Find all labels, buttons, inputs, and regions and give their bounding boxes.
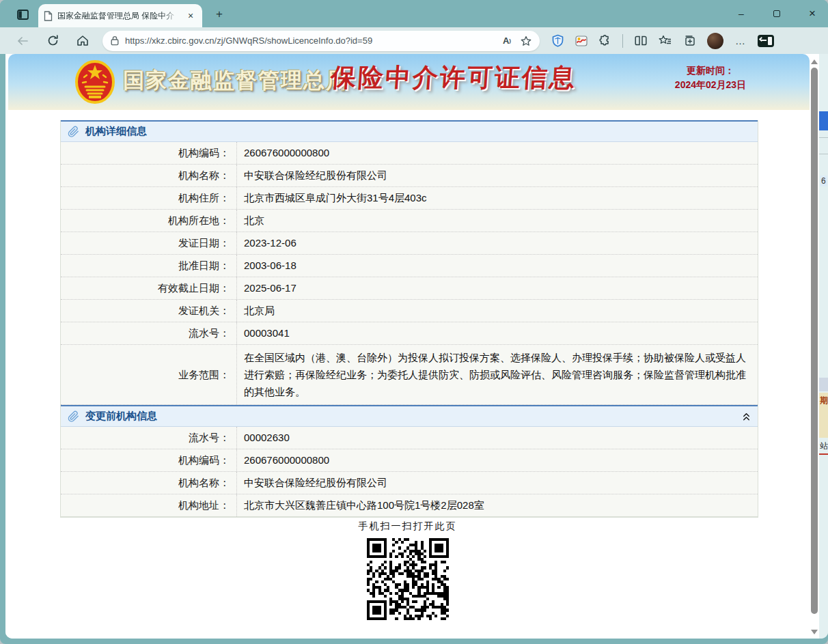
- section-title: 机构详细信息: [85, 125, 147, 138]
- back-icon[interactable]: [12, 31, 33, 51]
- row-value: 2025-06-17: [237, 277, 758, 299]
- table-row: 流水号： 00003041: [61, 322, 758, 345]
- license-info-table: 机构详细信息 机构编码： 260676000000800 机构名称： 中安联合保…: [60, 120, 758, 518]
- row-value: 北京市西城区阜成门外大街31号4层403c: [237, 187, 758, 209]
- table-row: 机构名称： 中安联合保险经纪股份有限公司: [61, 472, 758, 494]
- profile-avatar[interactable]: [707, 33, 723, 49]
- row-label: 流水号：: [61, 322, 237, 344]
- table-row-business-scope: 业务范围： 在全国区域内（港、澳、台除外）为投保人拟订投保方案、选择保险人、办理…: [61, 345, 758, 405]
- qr-code: [365, 537, 450, 621]
- table-row: 流水号： 00002630: [61, 427, 758, 449]
- table-row: 机构住所： 北京市西城区阜成门外大街31号4层403c: [61, 187, 758, 210]
- background-fragment-gray: [819, 378, 828, 391]
- row-label: 机构住所：: [61, 187, 237, 209]
- page-content: 国家金融监督管理总局 保险中介许可证信息 更新时间： 2024年02月23日 机…: [5, 54, 828, 639]
- page-scrollbar[interactable]: [810, 58, 819, 636]
- row-label: 有效截止日期：: [61, 277, 237, 299]
- table-row: 批准日期： 2003-06-18: [61, 255, 758, 277]
- new-tab-button[interactable]: +: [210, 6, 228, 23]
- browser-essentials-icon[interactable]: [575, 36, 588, 46]
- update-time-date: 2024年02月23日: [659, 78, 762, 92]
- scroll-down-icon[interactable]: [811, 630, 818, 634]
- background-fragment-redline: [819, 453, 828, 455]
- row-label: 发证日期：: [61, 232, 237, 254]
- table-row: 发证日期： 2023-12-06: [61, 232, 758, 255]
- scrollbar-thumb[interactable]: [811, 68, 818, 614]
- section-header-prechange: 变更前机构信息: [61, 405, 758, 427]
- row-value: 2023-12-06: [237, 232, 758, 254]
- background-fragment-text: 站: [820, 440, 828, 452]
- row-value: 260676000000800: [237, 449, 758, 471]
- collections-icon[interactable]: [683, 35, 695, 46]
- browser-tab[interactable]: 国家金融监督管理总局 保险中介 ×: [38, 4, 202, 27]
- background-page-sliver: 6 期 站: [819, 54, 828, 639]
- table-row: 机构地址： 北京市大兴区魏善庄镇中心路100号院1号楼2层028室: [61, 494, 758, 517]
- row-value: 中安联合保险经纪股份有限公司: [237, 165, 758, 186]
- row-value: 中安联合保险经纪股份有限公司: [237, 472, 758, 494]
- qr-caption: 手机扫一扫打开此页: [5, 520, 810, 533]
- refresh-icon[interactable]: [42, 31, 63, 51]
- table-row: 机构名称： 中安联合保险经纪股份有限公司: [61, 165, 758, 187]
- read-aloud-icon[interactable]: A): [503, 36, 511, 46]
- section-header-detail: 机构详细信息: [61, 120, 758, 142]
- background-fragment-text: 6: [820, 176, 827, 186]
- paperclip-icon: [68, 126, 79, 138]
- home-icon[interactable]: [72, 31, 93, 51]
- minimize-button[interactable]: –: [732, 5, 750, 23]
- table-row: 发证机关： 北京局: [61, 300, 758, 322]
- row-value: 2003-06-18: [237, 255, 758, 277]
- url-text[interactable]: https://xkz.cbirc.gov.cn/zj/GNWqRS/showL…: [125, 36, 497, 46]
- collapse-chevrons-icon[interactable]: [742, 412, 751, 421]
- window-controls: – ×: [732, 0, 821, 27]
- favorite-star-icon[interactable]: [521, 36, 532, 46]
- close-button[interactable]: ×: [803, 5, 821, 23]
- row-label: 批准日期：: [61, 255, 237, 277]
- row-label: 业务范围：: [61, 345, 237, 404]
- table-row: 有效截止日期： 2025-06-17: [61, 277, 758, 300]
- background-fragment-text: 期: [820, 395, 828, 406]
- row-value: 260676000000800: [237, 142, 758, 164]
- maximize-button[interactable]: [768, 5, 786, 23]
- page-title: 保险中介许可证信息: [329, 61, 577, 95]
- table-row: 机构所在地： 北京: [61, 210, 758, 232]
- section-title: 变更前机构信息: [85, 410, 157, 423]
- row-label: 机构所在地：: [61, 210, 237, 232]
- row-value: 北京: [237, 210, 758, 232]
- split-screen-icon[interactable]: [635, 36, 647, 46]
- row-label: 机构名称：: [61, 165, 237, 186]
- tab-close-icon[interactable]: ×: [184, 10, 197, 22]
- tab-actions-icon[interactable]: [12, 5, 33, 23]
- webpage: 国家金融监督管理总局 保险中介许可证信息 更新时间： 2024年02月23日 机…: [5, 54, 810, 639]
- row-value: 00003041: [237, 322, 758, 344]
- tab-title: 国家金融监督管理总局 保险中介: [57, 10, 180, 22]
- table-row: 机构编码： 260676000000800: [61, 449, 758, 472]
- titlebar: 国家金融监督管理总局 保险中介 × + – ×: [0, 0, 828, 27]
- browser-toolbar: https://xkz.cbirc.gov.cn/zj/GNWqRS/showL…: [0, 27, 828, 54]
- update-time-label: 更新时间：: [659, 64, 762, 78]
- sidebar-toggle-icon[interactable]: [758, 35, 774, 47]
- row-value: 北京局: [237, 300, 758, 322]
- lock-icon[interactable]: [111, 36, 119, 46]
- table-row: 机构编码： 260676000000800: [61, 142, 758, 165]
- favorites-hub-icon[interactable]: [659, 35, 672, 46]
- address-bar[interactable]: https://xkz.cbirc.gov.cn/zj/GNWqRS/showL…: [102, 31, 540, 51]
- page-header: 国家金融监督管理总局 保险中介许可证信息 更新时间： 2024年02月23日: [8, 54, 810, 110]
- row-label: 流水号：: [61, 427, 237, 449]
- row-value: 北京市大兴区魏善庄镇中心路100号院1号楼2层028室: [237, 494, 758, 516]
- row-label: 发证机关：: [61, 300, 237, 322]
- row-label: 机构编码：: [61, 449, 237, 471]
- settings-more-icon[interactable]: …: [735, 35, 746, 46]
- row-value: 在全国区域内（港、澳、台除外）为投保人拟订投保方案、选择保险人、办理投保手续；协…: [237, 345, 758, 404]
- row-label: 机构地址：: [61, 494, 237, 516]
- page-favicon-icon: [44, 11, 53, 21]
- national-emblem-icon: [74, 59, 116, 104]
- tracking-shield-icon[interactable]: [552, 34, 564, 47]
- background-fragment-blue: [819, 111, 828, 130]
- toolbar-divider: [622, 34, 623, 48]
- scroll-up-icon[interactable]: [811, 59, 818, 64]
- site-name: 国家金融监督管理总局: [123, 66, 348, 95]
- row-label: 机构名称：: [61, 472, 237, 494]
- row-value: 00002630: [237, 427, 758, 449]
- extensions-icon[interactable]: [599, 35, 611, 46]
- qr-section: 手机扫一扫打开此页: [5, 520, 810, 624]
